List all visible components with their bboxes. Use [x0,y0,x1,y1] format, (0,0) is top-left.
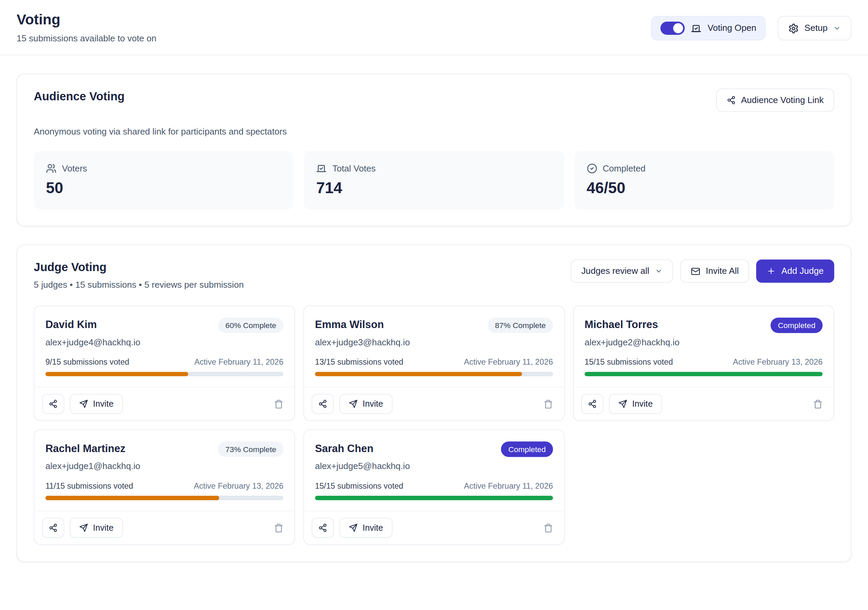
share-icon [318,399,327,408]
judge-voted-count: 9/15 submissions voted [45,358,129,366]
judge-card-actions: Invite [304,387,564,421]
invite-judge-button[interactable]: Invite [609,394,662,414]
judge-card-actions: Invite [304,511,564,545]
share-judge-link-button[interactable] [42,394,64,414]
audience-voting-link-label: Audience Voting Link [741,95,824,105]
judge-voting-panel: Judge Voting 5 judges • 15 submissions •… [17,245,851,562]
judge-email: alex+judge2@hackhq.io [584,338,823,347]
judge-last-active: Active February 13, 2026 [194,481,284,490]
judge-card-actions: Invite [34,387,294,421]
stat-completed-label-row: Completed [587,163,822,174]
judge-card: Sarah Chen Completed alex+judge5@hackhq.… [304,429,565,545]
share-icon [49,523,57,532]
judge-progress-bar [45,372,284,376]
stat-total-votes-label-row: Total Votes [316,163,552,174]
invite-judge-button[interactable]: Invite [339,518,393,538]
judges-review-mode-value: Judges review all [581,266,649,276]
audience-voting-link-button[interactable]: Audience Voting Link [716,88,834,112]
invite-judge-button[interactable]: Invite [70,394,123,414]
setup-button-label: Setup [804,23,828,33]
users-icon [46,163,57,174]
judge-card-body: Michael Torres Completed alex+judge2@hac… [574,306,834,376]
share-judge-link-button[interactable] [312,394,334,414]
judge-voting-subtitle: 5 judges • 15 submissions • 5 reviews pe… [34,280,244,290]
voting-page: Voting 15 submissions available to vote … [0,0,868,610]
judge-email: alex+judge4@hackhq.io [45,338,284,347]
judge-card: Emma Wilson 87% Complete alex+judge3@hac… [304,305,565,421]
judge-name: David Kim [45,317,97,331]
judge-email: alex+judge3@hackhq.io [315,338,553,347]
judge-panel-header-text: Judge Voting 5 judges • 15 submissions •… [34,260,244,290]
judge-name: Emma Wilson [315,317,384,331]
judge-name: Rachel Martinez [45,441,126,455]
mail-icon [691,266,700,276]
trash-icon [544,523,553,533]
invite-button-label: Invite [93,399,113,409]
judge-meta-row: 15/15 submissions voted Active February … [315,481,553,490]
judge-card-top: David Kim 60% Complete [45,317,284,333]
judge-card: Michael Torres Completed alex+judge2@hac… [573,305,834,421]
judge-card-top: Emma Wilson 87% Complete [315,317,553,333]
stat-value: 714 [316,179,552,197]
voting-toggle-knob [673,23,683,33]
share-judge-link-button[interactable] [312,518,334,538]
delete-judge-button[interactable] [271,520,287,536]
judge-meta-row: 9/15 submissions voted Active February 1… [45,358,284,366]
audience-voting-description: Anonymous voting via shared link for par… [34,127,834,136]
invite-all-button[interactable]: Invite All [680,260,749,283]
judge-voted-count: 15/15 submissions voted [315,481,403,490]
judge-status-badge: 60% Complete [219,317,284,333]
judge-card-body: Emma Wilson 87% Complete alex+judge3@hac… [304,306,564,376]
add-judge-button[interactable]: Add Judge [756,260,834,283]
judge-voted-count: 11/15 submissions voted [45,481,133,490]
judge-card-top: Michael Torres Completed [584,317,823,333]
judge-progress-bar [45,496,284,500]
judge-progress-bar [315,496,553,500]
voting-open-toggle-group[interactable]: Voting Open [651,16,766,40]
voting-toggle[interactable] [660,22,685,35]
judge-meta-row: 13/15 submissions voted Active February … [315,358,553,366]
invite-all-label: Invite All [705,266,738,276]
judge-status-badge: Completed [771,317,823,333]
ballot-icon [691,23,702,34]
judges-review-mode-select[interactable]: Judges review all [571,260,673,283]
judge-grid: David Kim 60% Complete alex+judge4@hackh… [34,305,834,545]
trash-icon [274,523,284,533]
stat-label: Voters [62,163,87,173]
voting-toggle-label: Voting Open [708,23,756,33]
audience-voting-panel: Audience Voting Audience Voting Link Ano… [17,74,851,226]
share-judge-link-button[interactable] [581,394,603,414]
stat-total-votes: Total Votes 714 [304,151,564,209]
judge-status-badge: 73% Complete [219,441,284,457]
check-circle-icon [587,163,597,174]
chevron-down-icon [833,25,841,32]
setup-button[interactable]: Setup [778,16,851,40]
delete-judge-button[interactable] [810,396,826,412]
stat-value: 50 [46,179,281,197]
delete-judge-button[interactable] [271,396,287,412]
audience-stats: Voters 50 Total Votes 714 Completed 46/5… [34,151,834,209]
judge-email: alex+judge1@hackhq.io [45,461,284,471]
chevron-down-icon [655,267,662,275]
send-icon [79,399,88,408]
gear-icon [788,23,799,34]
send-icon [618,399,627,408]
judge-progress-fill [584,372,823,376]
judge-card-actions: Invite [574,387,834,421]
judge-progress-fill [45,496,219,500]
judge-card-body: David Kim 60% Complete alex+judge4@hackh… [34,306,294,376]
delete-judge-button[interactable] [540,520,556,536]
share-judge-link-button[interactable] [42,518,64,538]
judge-progress-fill [315,496,553,500]
invite-judge-button[interactable]: Invite [339,394,393,414]
invite-judge-button[interactable]: Invite [70,518,123,538]
judge-last-active: Active February 11, 2026 [464,481,553,490]
judge-card-body: Sarah Chen Completed alex+judge5@hackhq.… [304,430,564,500]
judge-voting-title: Judge Voting [34,261,244,274]
judge-voted-count: 15/15 submissions voted [584,358,673,366]
delete-judge-button[interactable] [540,396,556,412]
judge-card-top: Sarah Chen Completed [315,441,553,457]
judge-last-active: Active February 11, 2026 [194,358,284,366]
judge-progress-fill [45,372,188,376]
judge-email: alex+judge5@hackhq.io [315,461,553,471]
